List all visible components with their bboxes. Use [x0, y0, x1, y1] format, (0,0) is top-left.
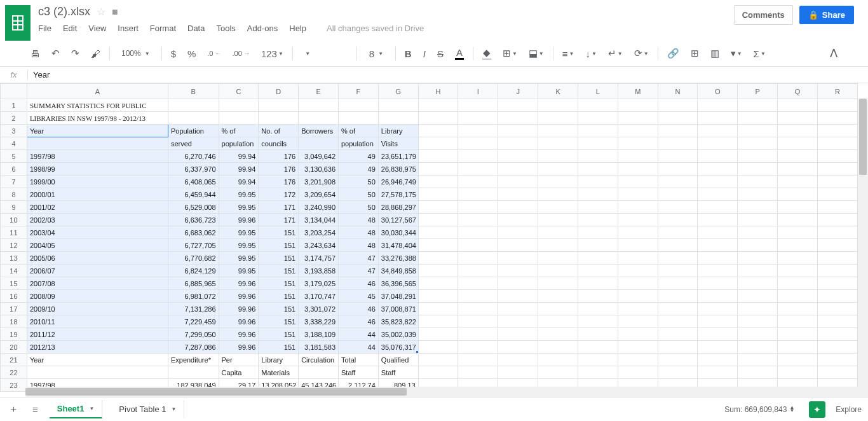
cell[interactable] [698, 252, 738, 265]
cell[interactable]: 172 [259, 188, 299, 201]
cell[interactable]: % of [339, 125, 379, 137]
cell[interactable]: 176 [259, 163, 299, 176]
cell[interactable] [698, 303, 738, 315]
cell[interactable]: Total [339, 354, 379, 366]
cell[interactable] [618, 226, 658, 239]
cell[interactable] [698, 176, 738, 188]
cell[interactable]: 151 [259, 265, 299, 277]
cell[interactable] [618, 252, 658, 265]
row-header-9[interactable]: 9 [1, 201, 27, 214]
borders-button[interactable]: ⊞▼ [500, 45, 520, 62]
cell[interactable]: 6,727,705 [168, 239, 219, 252]
cell[interactable]: 6,683,062 [168, 226, 219, 239]
cell[interactable] [538, 226, 578, 239]
row-header-10[interactable]: 10 [1, 214, 27, 226]
cell[interactable] [698, 150, 738, 163]
cell[interactable] [458, 366, 498, 379]
cell[interactable] [658, 303, 698, 315]
cell[interactable] [778, 188, 818, 201]
cell[interactable]: 99.96 [219, 277, 259, 290]
cell[interactable]: 49 [339, 163, 379, 176]
cell[interactable]: 2007/08 [27, 277, 168, 290]
cell[interactable]: 151 [259, 252, 299, 265]
cell[interactable] [458, 265, 498, 277]
cell[interactable]: 176 [259, 176, 299, 188]
cell[interactable] [658, 125, 698, 137]
cell[interactable]: 151 [259, 290, 299, 303]
cell[interactable] [778, 137, 818, 150]
cell[interactable] [738, 201, 778, 214]
cell[interactable]: 7,299,050 [168, 328, 219, 341]
cell[interactable] [498, 366, 538, 379]
cell[interactable] [817, 226, 857, 239]
cell[interactable] [538, 137, 578, 150]
cell[interactable] [698, 354, 738, 366]
cell[interactable] [458, 277, 498, 290]
menu-edit[interactable]: Edit [63, 24, 77, 33]
cell[interactable] [578, 112, 618, 125]
cell[interactable] [618, 150, 658, 163]
col-header-A[interactable]: A [27, 84, 168, 99]
cell[interactable] [698, 137, 738, 150]
cell[interactable] [498, 277, 538, 290]
cell[interactable] [817, 125, 857, 137]
cell[interactable] [738, 226, 778, 239]
strikethrough-button[interactable]: S [435, 46, 446, 62]
cell[interactable]: Materials [259, 366, 299, 379]
cell[interactable] [778, 341, 818, 354]
decrease-decimal-button[interactable]: .0 ← [205, 47, 223, 60]
cell[interactable]: % of [219, 125, 259, 137]
row-header-2[interactable]: 2 [1, 112, 27, 125]
cell[interactable] [738, 176, 778, 188]
cell[interactable]: Staff [339, 366, 379, 379]
cell[interactable] [658, 137, 698, 150]
row-header-8[interactable]: 8 [1, 188, 27, 201]
cell[interactable] [698, 239, 738, 252]
cell[interactable] [538, 239, 578, 252]
redo-icon[interactable]: ↷ [69, 45, 82, 62]
font-family-dropdown[interactable]: ▼ [299, 46, 350, 60]
cell[interactable]: 99.95 [219, 252, 259, 265]
increase-decimal-button[interactable]: .00 → [230, 47, 252, 60]
cell[interactable]: 47 [339, 252, 379, 265]
undo-icon[interactable]: ↶ [49, 45, 62, 62]
cell[interactable] [778, 163, 818, 176]
cell[interactable] [778, 252, 818, 265]
cell[interactable] [538, 341, 578, 354]
cell[interactable] [538, 328, 578, 341]
cell[interactable]: 3,130,636 [299, 163, 339, 176]
cell[interactable]: 3,181,583 [299, 341, 339, 354]
cell[interactable] [578, 226, 618, 239]
cell[interactable] [299, 99, 339, 112]
cell[interactable]: 44 [339, 341, 379, 354]
sheet-tab-pivot[interactable]: Pivot Table 1▼ [111, 401, 184, 418]
cell[interactable] [458, 163, 498, 176]
cell[interactable] [817, 201, 857, 214]
cell[interactable]: Library [259, 354, 299, 366]
cell[interactable]: 46 [339, 315, 379, 328]
functions-icon[interactable]: Σ▼ [751, 46, 768, 62]
cell[interactable] [378, 112, 418, 125]
cell[interactable] [658, 315, 698, 328]
cell[interactable] [418, 303, 458, 315]
cell[interactable] [658, 99, 698, 112]
cell[interactable]: 48 [339, 239, 379, 252]
cell[interactable] [418, 239, 458, 252]
cell[interactable] [458, 354, 498, 366]
cell[interactable] [778, 226, 818, 239]
cell[interactable] [538, 214, 578, 226]
cell[interactable] [27, 366, 168, 379]
cell[interactable]: 37,008,871 [378, 303, 418, 315]
row-header-7[interactable]: 7 [1, 176, 27, 188]
cell[interactable] [538, 315, 578, 328]
insert-link-icon[interactable]: 🔗 [665, 45, 682, 62]
cell[interactable] [618, 265, 658, 277]
cell[interactable]: 3,240,990 [299, 201, 339, 214]
add-sheet-icon[interactable]: ＋ [6, 401, 21, 418]
cell[interactable]: 50 [339, 176, 379, 188]
star-icon[interactable]: ☆ [97, 6, 105, 18]
cell[interactable]: 26,946,749 [378, 176, 418, 188]
cell[interactable] [698, 265, 738, 277]
col-header-M[interactable]: M [618, 84, 658, 99]
paint-format-icon[interactable]: 🖌 [88, 46, 103, 62]
